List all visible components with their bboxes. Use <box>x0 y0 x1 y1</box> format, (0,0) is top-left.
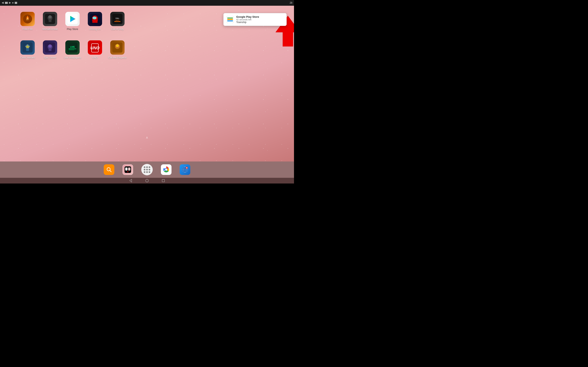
app-grid: FF Free Fire MortalKombat <box>16 10 151 67</box>
nav-back-button[interactable] <box>129 179 133 183</box>
celticheroes-icon <box>20 40 35 55</box>
livewallpapers-icon: LIVE <box>65 40 80 55</box>
apps-dots-icon <box>144 166 150 173</box>
svg-rect-23 <box>26 48 29 51</box>
svg-rect-64 <box>162 179 164 182</box>
a-icon <box>15 2 17 4</box>
mortalkombat-icon <box>43 12 57 26</box>
media-prev-icon <box>2 2 4 4</box>
app-livewallpapers[interactable]: LIVE Live Wallpapers <box>61 38 84 67</box>
epicseven-label: Epic Seven <box>44 56 56 59</box>
callmeemperor-label: Call Me Emperor <box>108 56 127 59</box>
callofduty-icon: CALL DUTY <box>110 12 125 26</box>
media-next-icon <box>9 2 11 4</box>
app-amongus[interactable]: Among Us <box>84 10 106 38</box>
back-icon <box>129 179 132 183</box>
recents-icon <box>162 179 165 183</box>
app-mortalkombat[interactable]: MortalKombat <box>39 10 61 38</box>
status-time: 28 <box>290 1 292 4</box>
taskbar <box>0 161 294 178</box>
svg-rect-14 <box>92 22 94 23</box>
app-celticheroes[interactable]: Celtic Heroes <box>16 38 39 67</box>
app-playstore[interactable]: Play Store <box>61 10 84 38</box>
app-callmeemperor[interactable]: Call Me Emperor <box>106 38 129 67</box>
notification-popup[interactable]: Google Play Store 42 seconds left Townsh… <box>223 13 287 26</box>
svg-rect-31 <box>69 50 74 50</box>
globe-browser-icon <box>182 166 189 173</box>
dock-apps-icon[interactable] <box>141 164 153 175</box>
freefire-label: Free Fire <box>23 28 33 31</box>
svg-point-13 <box>93 17 96 19</box>
svg-text:DUTY: DUTY <box>116 20 119 21</box>
notification-text: Google Play Store 42 seconds left Townsh… <box>236 15 284 24</box>
dock-chrome-icon[interactable] <box>161 164 172 175</box>
nav-home-button[interactable] <box>145 179 149 183</box>
uno-icon: UNO <box>88 40 102 55</box>
amongus-label: Among Us <box>89 28 101 31</box>
svg-point-53 <box>165 169 167 171</box>
app-freefire[interactable]: FF Free Fire <box>16 10 39 38</box>
svg-rect-7 <box>49 20 52 22</box>
nav-bar <box>0 178 294 184</box>
freefire-icon: FF <box>20 12 35 26</box>
svg-rect-19 <box>114 21 121 22</box>
svg-text:CALL: CALL <box>116 17 120 19</box>
livewallpapers-label: Live Wallpapers <box>64 56 81 59</box>
svg-marker-62 <box>130 179 132 182</box>
svg-text:UNO: UNO <box>90 46 100 50</box>
svg-rect-48 <box>125 167 127 170</box>
chrome-browser-icon <box>163 166 170 173</box>
svg-rect-15 <box>96 22 98 23</box>
epicseven-icon <box>43 40 57 55</box>
search-magnifier-icon <box>106 167 112 173</box>
svg-rect-16 <box>112 14 122 24</box>
media-play-icon <box>5 2 8 4</box>
playstore-icon <box>65 12 80 26</box>
amongus-icon <box>88 12 102 26</box>
svg-rect-30 <box>69 49 76 49</box>
solitaire-app-icon <box>125 166 131 173</box>
svg-rect-42 <box>227 19 233 20</box>
svg-rect-43 <box>227 20 233 21</box>
app-epicseven[interactable]: Epic Seven <box>39 38 61 67</box>
svg-point-63 <box>146 179 148 182</box>
notification-title: Google Play Store <box>236 15 284 18</box>
svg-rect-41 <box>227 17 233 18</box>
dock-globe-icon[interactable] <box>180 164 190 175</box>
mortalkombat-label: MortalKombat <box>43 28 58 31</box>
app-empty-r1 <box>129 10 151 38</box>
notification-dot-icon <box>12 2 13 3</box>
svg-text:LIVE: LIVE <box>70 46 75 48</box>
svg-line-46 <box>110 170 111 172</box>
app-uno[interactable]: UNO UNO <box>84 38 106 67</box>
playstore-label: Play Store <box>67 28 78 31</box>
svg-rect-49 <box>128 167 130 170</box>
notification-subtitle: 42 seconds left <box>236 18 284 21</box>
nav-recents-button[interactable] <box>161 179 165 183</box>
notification-icon <box>226 16 234 23</box>
home-icon <box>145 179 149 183</box>
svg-rect-27 <box>49 49 52 51</box>
celticheroes-label: Celtic Heroes <box>20 56 35 59</box>
notification-app: Township <box>236 21 284 24</box>
swipe-indicator: ∧ <box>146 136 148 140</box>
callofduty-label: Call of Duty <box>111 28 124 31</box>
svg-point-26 <box>48 44 52 48</box>
desktop: FF Free Fire MortalKombat <box>0 6 294 161</box>
dock-search-icon[interactable] <box>104 164 114 175</box>
app-callofduty[interactable]: CALL DUTY Call of Duty <box>106 10 129 38</box>
status-icons-left <box>2 2 17 4</box>
callmeemperor-icon <box>110 40 125 55</box>
dock-solitaire-icon[interactable] <box>122 164 133 175</box>
svg-point-6 <box>48 15 52 18</box>
uno-label: UNO <box>92 56 98 59</box>
status-bar: 28 <box>0 0 294 6</box>
